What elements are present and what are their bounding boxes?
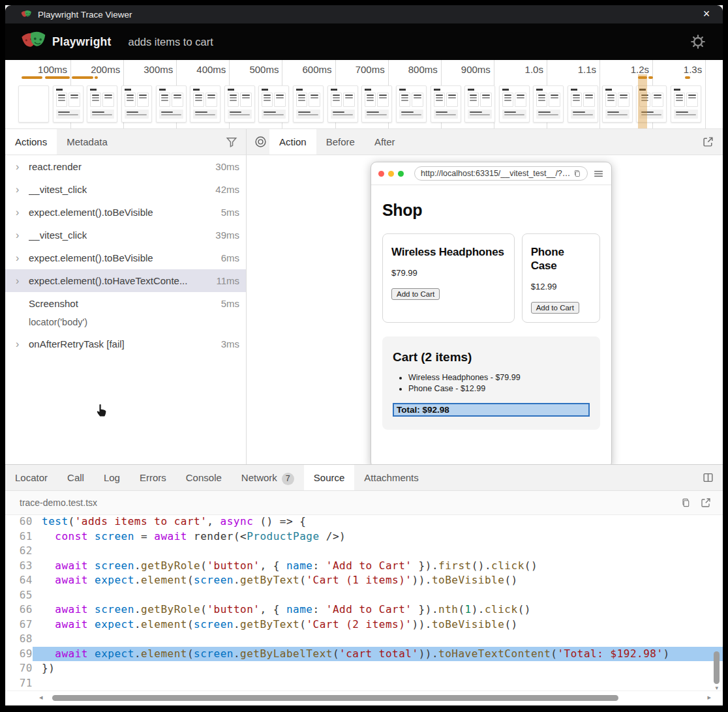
filmstrip-thumbnail[interactable]: [293, 85, 324, 123]
code-line: 71: [5, 676, 723, 691]
action-item[interactable]: ›onAfterRetryTask [fail]3ms: [5, 333, 246, 355]
filmstrip-thumbnail[interactable]: [361, 85, 392, 123]
scroll-right-arrow-icon[interactable]: ▸: [707, 693, 711, 702]
filmstrip-thumbnail[interactable]: [327, 85, 358, 123]
vertical-scrollbar-thumb[interactable]: [714, 651, 720, 684]
screen: { "titlebar": { "title": "Playwright Tra…: [0, 0, 728, 712]
action-label: expect.element().toBeVisible: [29, 207, 153, 218]
filmstrip-thumbnail[interactable]: [602, 85, 633, 123]
action-item[interactable]: ›__vitest_click42ms: [5, 178, 246, 201]
filmstrip-thumbnail[interactable]: [190, 85, 220, 123]
filter-funnel-icon[interactable]: [226, 136, 237, 148]
cart-item: Wireless Headphones - $79.99: [408, 373, 590, 382]
tab-console[interactable]: Console: [176, 465, 232, 490]
tab-source[interactable]: Source: [304, 465, 355, 490]
horizontal-scrollbar-thumb[interactable]: [52, 695, 618, 701]
cart-total-highlighted: Total: $92.98: [393, 403, 590, 417]
cart-heading: Cart (2 items): [393, 350, 590, 364]
code-line: 70}): [5, 661, 723, 676]
timeline-tick-label: 1.3s: [684, 64, 705, 75]
filmstrip-thumbnail[interactable]: [121, 85, 152, 123]
code-text: test('adds items to cart', async () => {: [33, 514, 723, 529]
tab-log[interactable]: Log: [94, 465, 130, 490]
add-to-cart-button[interactable]: Add to Cart: [531, 302, 579, 314]
tab-actions[interactable]: Actions: [5, 129, 57, 155]
browser-menu-icon[interactable]: [593, 168, 604, 179]
filmstrip-thumbnail[interactable]: [671, 85, 701, 123]
horizontal-scrollbar[interactable]: ◂ ▸: [5, 690, 723, 705]
snapshot-tabs: ActionBeforeAfter: [269, 129, 405, 155]
cart-section: Cart (2 items) Wireless Headphones - $79…: [382, 336, 600, 430]
timeline-tick-label: 1.0s: [525, 64, 547, 75]
filmstrip-thumbnail[interactable]: [224, 85, 255, 123]
timeline-activity-bar: [45, 76, 70, 79]
address-bar[interactable]: http://localhost:63315/__vitest_test__/?…: [414, 166, 588, 181]
add-to-cart-button[interactable]: Add to Cart: [391, 288, 440, 300]
open-external-icon[interactable]: [703, 136, 714, 147]
playwright-masks-icon: [21, 9, 32, 20]
filmstrip-thumbnail[interactable]: [18, 85, 49, 123]
details-tabbar: LocatorCallLogErrorsConsoleNetwork7Sourc…: [5, 465, 723, 491]
tab-after[interactable]: After: [365, 129, 405, 155]
chevron-right-icon[interactable]: ›: [16, 184, 29, 196]
code-text: await expect.element(screen.getByText('C…: [33, 617, 723, 632]
traffic-light-yellow-icon: [388, 171, 394, 177]
action-item[interactable]: Screenshot5ms: [5, 292, 246, 315]
chevron-right-icon[interactable]: ›: [16, 275, 29, 287]
source-file-name: trace-demo.test.tsx: [20, 497, 97, 508]
action-duration: 6ms: [216, 252, 239, 263]
chevron-right-icon[interactable]: ›: [16, 161, 29, 173]
code-line: 68: [5, 632, 723, 647]
chevron-right-icon[interactable]: ›: [16, 230, 29, 241]
action-item[interactable]: ›__vitest_click39ms: [5, 224, 246, 246]
app-name: Playwright: [52, 35, 112, 49]
pick-locator-target-icon[interactable]: [254, 136, 267, 148]
filmstrip-thumbnail[interactable]: [464, 85, 495, 123]
filmstrip-thumbnail[interactable]: [568, 85, 598, 123]
close-icon[interactable]: ×: [699, 7, 714, 22]
filmstrip-thumbnail[interactable]: [258, 85, 289, 123]
chevron-right-icon[interactable]: ›: [16, 338, 29, 350]
url-text: http://localhost:63315/__vitest_test__/?…: [421, 169, 573, 178]
tab-network[interactable]: Network7: [232, 465, 304, 490]
timeline-tick-label: 1.1s: [578, 64, 599, 75]
source-file-header: trace-demo.test.tsx: [5, 491, 723, 515]
timeline-marker-band: [638, 74, 647, 128]
tab-before[interactable]: Before: [316, 129, 365, 155]
snapshot-page: Shop Wireless Headphones$79.99Add to Car…: [371, 185, 611, 430]
code-text: await expect.element(screen.getByLabelTe…: [33, 647, 723, 662]
action-item[interactable]: ›expect.element().toHaveTextConte...11ms: [5, 269, 246, 292]
tab-action[interactable]: Action: [269, 129, 316, 155]
chevron-right-icon[interactable]: ›: [16, 252, 29, 264]
tab-locator[interactable]: Locator: [5, 465, 57, 490]
action-item[interactable]: ›expect.element().toBeVisible6ms: [5, 246, 246, 269]
line-number: 67: [5, 617, 33, 632]
action-item[interactable]: ›react.render30ms: [5, 155, 246, 178]
timeline[interactable]: 100ms200ms300ms400ms500ms600ms700ms800ms…: [5, 60, 723, 129]
action-item[interactable]: ›expect.element().toBeVisible5ms: [5, 201, 246, 224]
code-line: 61 const screen = await render(<ProductP…: [5, 529, 723, 544]
split-columns-icon[interactable]: [703, 472, 714, 483]
open-source-external-icon[interactable]: [701, 497, 711, 508]
filmstrip-thumbnail[interactable]: [53, 85, 83, 123]
scroll-left-arrow-icon[interactable]: ◂: [39, 693, 43, 702]
browser-chrome: http://localhost:63315/__vitest_test__/?…: [371, 162, 611, 185]
tab-errors[interactable]: Errors: [130, 465, 176, 490]
copy-source-icon[interactable]: [681, 497, 691, 508]
settings-gear-icon[interactable]: [690, 34, 706, 50]
filmstrip-thumbnail[interactable]: [87, 85, 117, 123]
filmstrip-thumbnail[interactable]: [431, 85, 461, 123]
code-text: [33, 588, 723, 603]
filmstrip-thumbnail[interactable]: [533, 85, 564, 123]
filmstrip-thumbnail[interactable]: [156, 85, 187, 123]
tab-metadata[interactable]: Metadata: [57, 129, 117, 155]
app-header: Playwright adds items to cart: [5, 23, 723, 60]
filmstrip-thumbnail[interactable]: [499, 85, 530, 123]
copy-url-icon[interactable]: [573, 169, 581, 178]
traffic-light-red-icon: [378, 171, 384, 177]
line-number: 66: [5, 602, 33, 617]
filmstrip-thumbnail[interactable]: [396, 85, 427, 123]
tab-attachments[interactable]: Attachments: [354, 465, 428, 490]
tab-call[interactable]: Call: [57, 465, 94, 490]
chevron-right-icon[interactable]: ›: [16, 207, 29, 218]
